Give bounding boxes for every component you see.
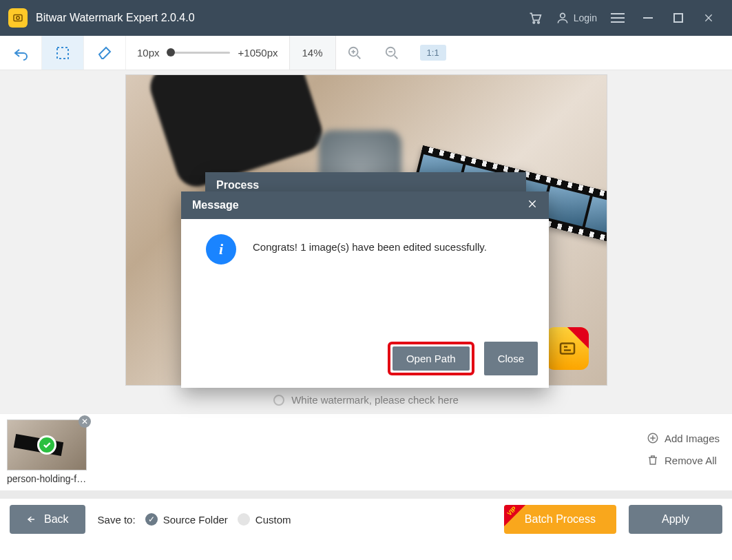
add-images-label: Add Images — [665, 433, 720, 444]
svg-rect-8 — [561, 344, 574, 354]
svg-point-3 — [537, 21, 539, 23]
batch-process-label: Batch Process — [525, 513, 596, 526]
custom-label: Custom — [255, 514, 291, 526]
svg-point-1 — [17, 17, 20, 20]
message-dialog-titlebar: Message — [181, 191, 549, 219]
toolbar: 10px +1050px 14% 1:1 — [0, 36, 732, 70]
app-logo-icon — [8, 8, 28, 28]
brush-size-control[interactable]: 10px +1050px — [126, 36, 289, 70]
login-button[interactable]: Login — [550, 0, 603, 36]
login-label: Login — [574, 12, 597, 23]
message-close-button[interactable]: Close — [484, 342, 538, 375]
feature-badge-icon[interactable] — [546, 327, 589, 370]
apply-button[interactable]: Apply — [629, 505, 722, 534]
thumbnail-strip: ✕ person-holding-fil... Add Images Remov… — [0, 413, 732, 490]
svg-rect-5 — [57, 48, 68, 59]
app-title: Bitwar Watermark Expert 2.0.4.0 — [36, 12, 195, 24]
zoom-in-button[interactable] — [336, 36, 373, 70]
batch-process-button[interactable]: VIP Batch Process — [504, 505, 616, 534]
remove-all-label: Remove All — [665, 455, 717, 466]
titlebar: Bitwar Watermark Expert 2.0.4.0 Login — [0, 0, 732, 36]
svg-point-2 — [533, 21, 535, 23]
message-dialog: Message i Congrats! 1 image(s) have been… — [181, 191, 549, 388]
back-button[interactable]: Back — [10, 505, 85, 534]
size-max-label: +1050px — [238, 47, 278, 59]
source-folder-label: Source Folder — [163, 514, 228, 526]
save-to-group: Save to: Source Folder Custom — [98, 513, 291, 526]
info-icon: i — [206, 234, 236, 265]
zoom-percent[interactable]: 14% — [289, 36, 336, 70]
cart-icon[interactable] — [520, 0, 550, 36]
source-folder-option[interactable]: Source Folder — [145, 513, 228, 526]
window-maximize[interactable] — [663, 0, 693, 36]
message-body-text: Congrats! 1 image(s) have been edited su… — [253, 234, 487, 253]
open-path-highlight: Open Path — [388, 342, 474, 375]
thumbnail-remove-icon[interactable]: ✕ — [79, 415, 91, 428]
thumbnail-item[interactable]: ✕ person-holding-fil... — [7, 419, 87, 484]
eraser-button[interactable] — [84, 36, 126, 70]
radio-selected-icon — [145, 513, 158, 526]
white-watermark-label: White watermark, please check here — [291, 394, 459, 406]
window-close[interactable] — [693, 0, 724, 36]
message-close-icon[interactable] — [527, 198, 538, 212]
custom-folder-option[interactable]: Custom — [238, 513, 291, 526]
white-watermark-option[interactable]: White watermark, please check here — [273, 394, 459, 406]
check-icon — [37, 435, 56, 455]
remove-all-button[interactable]: Remove All — [647, 454, 717, 466]
back-label: Back — [44, 513, 69, 526]
add-images-button[interactable]: Add Images — [647, 432, 720, 444]
size-slider[interactable] — [168, 52, 230, 54]
undo-button[interactable] — [0, 36, 42, 70]
save-to-label: Save to: — [98, 514, 136, 526]
ratio-button[interactable]: 1:1 — [420, 45, 446, 61]
svg-rect-0 — [14, 15, 22, 21]
thumbnail-label: person-holding-fil... — [7, 473, 87, 484]
crop-button[interactable] — [42, 36, 84, 70]
zoom-out-button[interactable] — [373, 36, 410, 70]
menu-icon[interactable] — [603, 0, 633, 36]
message-dialog-title: Message — [192, 199, 239, 211]
window-minimize[interactable] — [633, 0, 663, 36]
radio-empty-icon — [273, 395, 284, 406]
size-min-label: 10px — [137, 47, 160, 59]
open-path-button[interactable]: Open Path — [393, 346, 470, 371]
horizontal-scrollbar[interactable] — [0, 490, 732, 499]
footer: Back Save to: Source Folder Custom VIP B… — [0, 499, 732, 540]
thumbnail-image — [7, 419, 87, 470]
radio-unselected-icon — [238, 513, 250, 526]
svg-point-4 — [560, 13, 565, 18]
